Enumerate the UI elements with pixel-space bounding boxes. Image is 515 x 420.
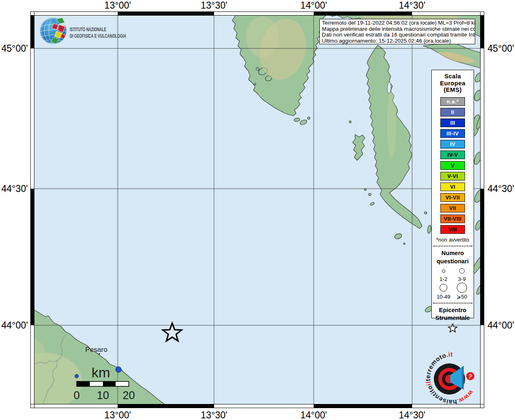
observation-dot-medium — [116, 367, 121, 372]
info-line-updated: Ultimo aggiornamento: 15-12-2025 02:46 (… — [322, 38, 473, 44]
axis-top-14-00: 14°00' — [301, 0, 327, 11]
legend-footnote: *non avvertito — [432, 237, 474, 243]
intensity-chip-vii: VII — [440, 204, 465, 212]
islet — [254, 83, 256, 85]
questionnaires-title-line2: questionari — [432, 257, 474, 265]
epicenter-legend-star — [432, 323, 474, 335]
intensity-chip-vii-viii: VII-VIII — [440, 215, 465, 223]
intensity-chip-iii-iv: III-IV — [440, 129, 465, 138]
size-class-1-2: 1-2 — [434, 266, 453, 282]
intensity-chip-iv-v: IV-V — [440, 151, 465, 159]
info-line-data-source: Dati non verificati estratti da 16 quest… — [322, 32, 473, 38]
questionnaire-size-key: 1-2 3-9 10-49 ⩾50 — [434, 266, 471, 300]
size-circle-10-49 — [440, 284, 447, 292]
legend-title-line3: (EMS) — [432, 87, 474, 94]
intensity-chip-iv: IV — [440, 140, 465, 148]
legend-divider — [433, 246, 472, 247]
info-line-map-type: Mappa preliminare delle intensità macros… — [322, 26, 473, 32]
axis-top-13-00: 13°00' — [105, 0, 131, 11]
size-label-3-9: 3-9 — [458, 276, 466, 282]
intensity-chip-ii: II — [440, 108, 465, 116]
legend-title-line1: Scala — [432, 73, 474, 80]
islet — [369, 193, 371, 196]
islet — [349, 121, 351, 123]
star-icon — [447, 323, 458, 333]
earthquake-info-box: Terremoto del 19-11-2022 04:56:02 (ora l… — [319, 19, 475, 44]
place-label-pesaro: Pesaro — [85, 346, 107, 354]
legend-title: Scala Europea (EMS) — [432, 70, 474, 94]
legend-divider-2 — [433, 303, 472, 304]
axis-bottom-13-30: 13°30' — [201, 410, 228, 420]
size-label-50plus: ⩾50 — [457, 294, 467, 300]
islet — [308, 117, 310, 119]
size-class-10-49: 10-49 — [434, 282, 453, 300]
questionnaires-title: Numero questionari — [432, 249, 474, 265]
legend-panel: Scala Europea (EMS) n.a.* II III III-IV … — [431, 70, 474, 318]
axis-left-44-00: 44°00' — [1, 320, 28, 331]
axis-right-44-00: 44°00' — [488, 320, 514, 331]
size-circle-50plus — [457, 283, 467, 293]
axis-left-44-30: 44°30' — [1, 183, 28, 194]
size-label-10-49: 10-49 — [437, 294, 450, 300]
intensity-chip-vi: VI — [440, 183, 465, 191]
scale-bar-tick-0: 0 — [73, 389, 80, 402]
intensity-chip-na: n.a.* — [440, 97, 465, 106]
observation-dot-small — [75, 374, 79, 378]
axis-top-14-30: 14°30' — [399, 0, 426, 11]
islet — [403, 243, 405, 244]
questionnaires-title-line1: Numero — [432, 249, 474, 257]
scale-bar-tick-20: 20 — [123, 389, 135, 402]
scale-bar-tick-10: 10 — [97, 389, 109, 402]
intensity-chip-v-vi: V-VI — [440, 172, 465, 180]
ingv-name-line1: ISTITUTO NAZIONALE — [70, 26, 106, 32]
intensity-chip-iii: III — [440, 119, 465, 127]
size-label-1-2: 1-2 — [440, 276, 447, 282]
size-circle-3-9 — [459, 268, 465, 274]
axis-bottom-13-00: 13°00' — [105, 410, 131, 420]
axis-bottom-14-00: 14°00' — [301, 410, 327, 420]
info-line-event: Terremoto del 19-11-2022 04:56:02 (ora l… — [322, 20, 473, 26]
size-circle-1-2 — [442, 269, 445, 273]
islet — [424, 212, 427, 214]
ingv-name-line2: DI GEOFISICA E VULCANOLOGIA — [70, 33, 126, 39]
intensity-chip-v: V — [440, 161, 465, 170]
epicenter-title-line1: Epicentro — [432, 306, 474, 314]
size-class-3-9: 3-9 — [453, 266, 471, 282]
intensity-scale: n.a.* II III III-IV IV IV-V V V-VI VI VI… — [432, 97, 474, 234]
legend-title-line2: Europea — [432, 80, 474, 87]
islet — [256, 68, 259, 71]
scale-bar-unit: km — [91, 365, 110, 380]
axis-right-44-30: 44°30' — [488, 183, 514, 194]
axis-right-45-00: 45°00' — [488, 43, 514, 54]
size-class-50plus: ⩾50 — [453, 282, 471, 300]
axis-bottom-14-30: 14°30' — [399, 410, 426, 420]
epicenter-legend-title: Epicentro Strumentale — [432, 306, 474, 322]
epicenter-title-line2: Strumentale — [432, 314, 474, 322]
axis-left-45-00: 45°00' — [1, 43, 28, 54]
intensity-chip-viii: VIII — [440, 225, 465, 234]
axis-top-13-30: 13°30' — [201, 0, 228, 11]
place-marker — [99, 353, 100, 354]
intensity-chip-vi-vii: VI-VII — [440, 193, 465, 202]
